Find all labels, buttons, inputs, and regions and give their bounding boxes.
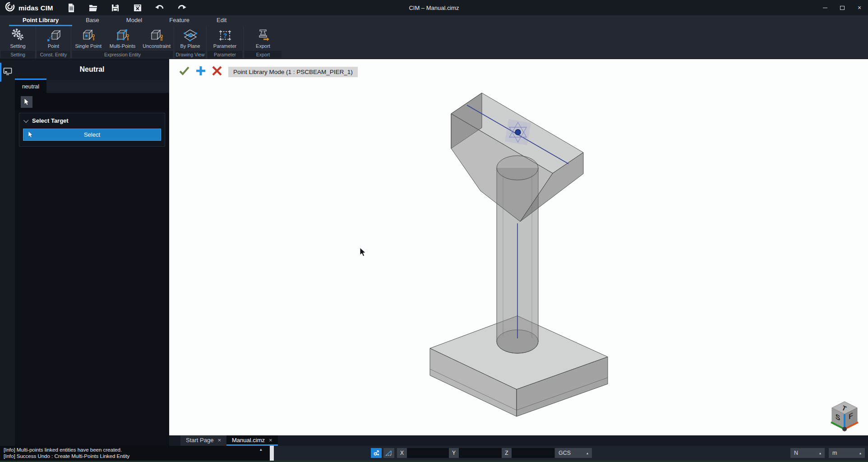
pier-3d-model[interactable] xyxy=(426,92,616,422)
panel-title: Neutral xyxy=(79,65,104,74)
ribbon: Setting Setting Point Cons xyxy=(0,26,868,59)
library-point-marker xyxy=(505,119,531,145)
tab-model[interactable]: Model xyxy=(113,15,156,26)
caret-up-icon: ▴ xyxy=(859,451,861,455)
close-window-icon[interactable] xyxy=(133,3,142,12)
by-plane-button[interactable]: By Plane xyxy=(174,26,206,51)
select-button-label: Select xyxy=(84,131,100,138)
x-coordinate-input[interactable] xyxy=(407,448,450,458)
ribbon-group-const-entity: Point Const. Entity xyxy=(36,26,71,59)
single-point-button-label: Single Point xyxy=(75,43,102,49)
snap-point-icon[interactable] xyxy=(371,448,382,458)
single-point-icon xyxy=(81,28,96,43)
svg-text:?: ? xyxy=(223,32,227,39)
ribbon-group-setting: Setting Setting xyxy=(0,26,36,59)
log-message: [Info] Success Undo : Create Multi-Point… xyxy=(4,453,266,459)
pick-cursor-button[interactable] xyxy=(21,96,32,108)
message-log[interactable]: [Info] Multi-points linked entities have… xyxy=(0,446,270,461)
cancel-cross-icon[interactable] xyxy=(212,66,222,78)
quick-access-toolbar xyxy=(67,3,186,12)
chevron-down-icon xyxy=(23,117,28,122)
parameter-button[interactable]: ? Parameter xyxy=(207,26,243,51)
unconstraint-button[interactable]: Unconstraint xyxy=(139,26,174,51)
panel-toolbar xyxy=(15,93,169,111)
maximize-button[interactable] xyxy=(834,0,851,15)
close-button[interactable]: × xyxy=(851,0,868,15)
new-file-icon[interactable] xyxy=(67,3,76,12)
setting-button[interactable]: Setting xyxy=(0,26,36,51)
minimize-button[interactable] xyxy=(817,0,834,15)
caret-up-icon: ▴ xyxy=(819,451,821,455)
single-point-button[interactable]: Single Point xyxy=(71,26,106,51)
select-target-header[interactable]: Select Target xyxy=(23,117,161,124)
snap-toggle-button[interactable] xyxy=(371,448,394,458)
length-unit-dropdown[interactable]: m ▴ xyxy=(829,448,865,458)
z-axis-label: Z xyxy=(502,448,512,458)
mouse-cursor xyxy=(360,248,366,257)
z-coordinate-field: Z xyxy=(502,448,554,458)
doc-tab-start-page[interactable]: Start Page × xyxy=(180,435,226,446)
cursor-icon xyxy=(28,131,33,138)
add-point-icon[interactable] xyxy=(196,66,206,78)
ribbon-group-label-setting: Setting xyxy=(1,51,35,58)
unconstraint-button-label: Unconstraint xyxy=(143,43,171,49)
y-coordinate-input[interactable] xyxy=(459,448,502,458)
z-coordinate-input[interactable] xyxy=(512,448,554,458)
ribbon-group-label-expression-entity: Expression Entity xyxy=(72,51,173,58)
multi-points-button-label: Multi-Points xyxy=(110,43,135,49)
unconstraint-icon xyxy=(149,28,164,43)
window-title: CIM – Manual.cimz xyxy=(409,5,459,11)
tab-edit[interactable]: Edit xyxy=(203,15,240,26)
undo-icon[interactable] xyxy=(155,3,164,12)
ribbon-group-label-const-entity: Const. Entity xyxy=(37,51,70,58)
log-message: [Info] Multi-points linked entities have… xyxy=(4,447,266,453)
close-icon[interactable]: × xyxy=(217,437,221,444)
titlebar: midas CIM xyxy=(0,0,868,15)
panel-header-accent xyxy=(15,79,46,80)
force-unit-dropdown[interactable]: N ▴ xyxy=(790,448,825,458)
mode-label: Point Library Mode (1 : PSCBEAM_PIER_1) xyxy=(228,67,358,77)
multi-points-button[interactable]: Multi-Points xyxy=(106,26,140,51)
menu-bar: Point Library Base Model Feature Edit xyxy=(0,15,868,26)
redo-icon[interactable] xyxy=(177,3,186,12)
tab-point-library[interactable]: Point Library xyxy=(9,15,72,26)
length-unit-value: m xyxy=(832,450,837,456)
setting-button-label: Setting xyxy=(10,43,25,49)
status-bar: [Info] Multi-points linked entities have… xyxy=(0,446,868,462)
neutral-panel: Neutral neutral Select Target xyxy=(15,59,169,446)
caret-up-icon: ▴ xyxy=(586,451,588,455)
document-tab-bar: Start Page × Manual.cimz × xyxy=(169,435,868,446)
save-file-icon[interactable] xyxy=(111,3,120,12)
by-plane-icon xyxy=(183,28,198,43)
export-button[interactable]: Export xyxy=(244,26,282,51)
ribbon-group-drawing-view: By Plane Drawing View xyxy=(174,26,207,59)
view-cube[interactable]: T S F xyxy=(830,401,859,432)
model-viewport[interactable]: Point Library Mode (1 : PSCBEAM_PIER_1) xyxy=(169,59,868,435)
tab-feature[interactable]: Feature xyxy=(156,15,203,26)
select-target-title: Select Target xyxy=(32,117,69,124)
ribbon-group-label-parameter: Parameter xyxy=(208,51,242,58)
close-icon[interactable]: × xyxy=(269,437,272,444)
select-button[interactable]: Select xyxy=(23,129,161,141)
multi-points-icon xyxy=(115,28,130,43)
point-icon xyxy=(46,28,61,43)
by-plane-button-label: By Plane xyxy=(180,43,200,49)
doc-tab-manual-cimz[interactable]: Manual.cimz × xyxy=(226,435,278,446)
origin-sphere xyxy=(842,427,847,431)
angle-snap-icon[interactable] xyxy=(383,448,394,458)
point-button[interactable]: Point xyxy=(36,26,71,51)
confirm-check-icon[interactable] xyxy=(179,66,189,78)
open-file-icon[interactable] xyxy=(89,3,98,12)
select-target-section: Select Target Select xyxy=(19,113,165,147)
tab-neutral[interactable]: neutral xyxy=(15,80,46,93)
expand-log-icon[interactable]: ▴ xyxy=(260,447,262,452)
coordinate-system-dropdown[interactable]: GCS ▴ xyxy=(555,448,592,458)
display-panel-icon[interactable] xyxy=(3,67,12,78)
tab-base[interactable]: Base xyxy=(72,15,113,26)
point-button-label: Point xyxy=(48,43,59,49)
panel-header: Neutral xyxy=(15,59,169,80)
parameter-icon: ? xyxy=(217,28,233,43)
log-scrollbar[interactable] xyxy=(270,446,274,461)
midas-cim-window: midas CIM xyxy=(0,0,868,462)
x-coordinate-field: X xyxy=(397,448,450,458)
